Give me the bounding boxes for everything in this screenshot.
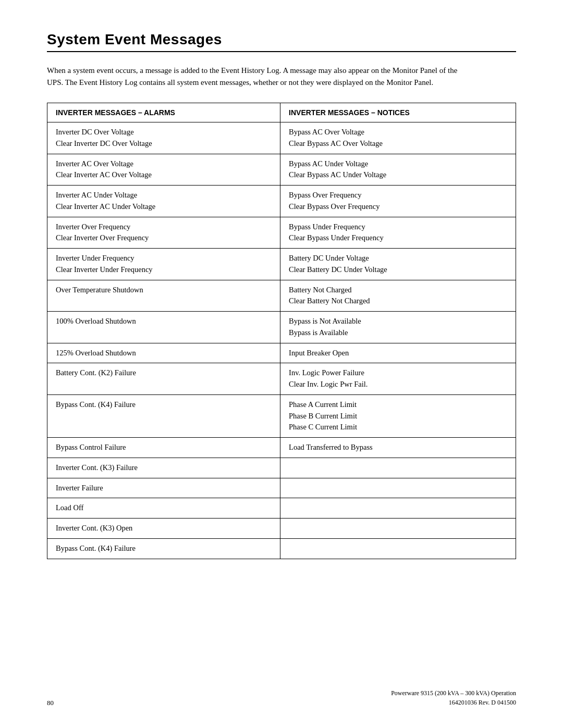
col1-cell: Bypass Control Failure bbox=[47, 438, 280, 458]
cell-line: Clear Bypass AC Over Voltage bbox=[289, 138, 507, 150]
col1-header: INVERTER MESSAGES – ALARMS bbox=[47, 103, 280, 122]
col2-header: INVERTER MESSAGES – NOTICES bbox=[280, 103, 516, 122]
col1-cell: 100% Overload Shutdown bbox=[47, 312, 280, 343]
cell-line: Bypass Over Frequency bbox=[289, 190, 507, 201]
col2-cell bbox=[280, 478, 516, 498]
col1-cell: Over Temperature Shutdown bbox=[47, 280, 280, 312]
col1-cell: Inverter AC Over VoltageClear Inverter A… bbox=[47, 154, 280, 186]
cell-line: Clear Battery Not Charged bbox=[289, 295, 507, 307]
cell-line: Input Breaker Open bbox=[289, 348, 507, 359]
cell-line: Clear Inverter Over Frequency bbox=[56, 232, 272, 244]
col2-cell: Load Transferred to Bypass bbox=[280, 438, 516, 458]
col2-cell: Battery Not ChargedClear Battery Not Cha… bbox=[280, 280, 516, 312]
cell-line: Bypass AC Over Voltage bbox=[289, 127, 507, 138]
col2-cell: Bypass Under FrequencyClear Bypass Under… bbox=[280, 217, 516, 249]
table-row: 100% Overload ShutdownBypass is Not Avai… bbox=[47, 312, 516, 343]
col2-cell: Bypass is Not AvailableBypass is Availab… bbox=[280, 312, 516, 343]
table-row: Inverter Cont. (K3) Open bbox=[47, 519, 516, 539]
col1-cell: 125% Overload Shutdown bbox=[47, 343, 280, 363]
cell-line: Inverter Under Frequency bbox=[56, 253, 272, 264]
col2-cell: Battery DC Under VoltageClear Battery DC… bbox=[280, 249, 516, 280]
col2-cell: Input Breaker Open bbox=[280, 343, 516, 363]
table-row: Inverter DC Over VoltageClear Inverter D… bbox=[47, 122, 516, 154]
col1-cell: Inverter Under FrequencyClear Inverter U… bbox=[47, 249, 280, 280]
col2-cell bbox=[280, 458, 516, 478]
cell-line: Clear Bypass Under Frequency bbox=[289, 232, 507, 244]
col1-cell: Bypass Cont. (K4) Failure bbox=[47, 538, 280, 559]
cell-line: Inverter DC Over Voltage bbox=[56, 127, 272, 138]
cell-line: Clear Inverter Under Frequency bbox=[56, 264, 272, 276]
title-divider bbox=[47, 51, 516, 52]
table-row: Inverter Cont. (K3) Failure bbox=[47, 458, 516, 478]
col2-cell: Phase A Current LimitPhase B Current Lim… bbox=[280, 394, 516, 437]
col2-cell bbox=[280, 519, 516, 539]
table-row: Inverter AC Under VoltageClear Inverter … bbox=[47, 186, 516, 217]
table-row: Load Off bbox=[47, 498, 516, 519]
cell-line: Battery DC Under Voltage bbox=[289, 253, 507, 264]
table-row: Inverter Failure bbox=[47, 478, 516, 498]
col2-cell: Bypass AC Over VoltageClear Bypass AC Ov… bbox=[280, 122, 516, 154]
page-number: 80 bbox=[47, 699, 54, 707]
cell-line: Bypass is Available bbox=[289, 327, 507, 339]
cell-line: Clear Inverter DC Over Voltage bbox=[56, 138, 272, 150]
table-row: Inverter Over FrequencyClear Inverter Ov… bbox=[47, 217, 516, 249]
table-row: Inverter AC Over VoltageClear Inverter A… bbox=[47, 154, 516, 186]
cell-line: Bypass Control Failure bbox=[56, 442, 272, 453]
cell-line: Inverter AC Over Voltage bbox=[56, 158, 272, 170]
col1-cell: Bypass Cont. (K4) Failure bbox=[47, 394, 280, 437]
footer-line2: 164201036 Rev. D 041500 bbox=[391, 698, 516, 707]
page: System Event Messages When a system even… bbox=[0, 0, 563, 728]
table-row: Bypass Cont. (K4) Failure bbox=[47, 538, 516, 559]
table-header-row: INVERTER MESSAGES – ALARMS INVERTER MESS… bbox=[47, 103, 516, 122]
cell-line: Clear Bypass AC Under Voltage bbox=[289, 169, 507, 181]
col1-cell: Inverter Cont. (K3) Failure bbox=[47, 458, 280, 478]
cell-line: Phase A Current Limit bbox=[289, 399, 507, 411]
col1-cell: Battery Cont. (K2) Failure bbox=[47, 363, 280, 395]
cell-line: Inverter Cont. (K3) Failure bbox=[56, 462, 272, 474]
cell-line: Bypass Under Frequency bbox=[289, 221, 507, 233]
table-row: 125% Overload ShutdownInput Breaker Open bbox=[47, 343, 516, 363]
col2-cell: Bypass Over FrequencyClear Bypass Over F… bbox=[280, 186, 516, 217]
col1-cell: Inverter AC Under VoltageClear Inverter … bbox=[47, 186, 280, 217]
page-footer: 80 Powerware 9315 (200 kVA – 300 kVA) Op… bbox=[47, 688, 516, 707]
col2-cell: Inv. Logic Power FailureClear Inv. Logic… bbox=[280, 363, 516, 395]
cell-line: Clear Inverter AC Under Voltage bbox=[56, 201, 272, 213]
cell-line: Inverter Over Frequency bbox=[56, 221, 272, 233]
table-row: Over Temperature ShutdownBattery Not Cha… bbox=[47, 280, 516, 312]
col1-cell: Inverter Over FrequencyClear Inverter Ov… bbox=[47, 217, 280, 249]
col1-cell: Load Off bbox=[47, 498, 280, 519]
intro-paragraph: When a system event occurs, a message is… bbox=[47, 65, 474, 88]
cell-line: Phase C Current Limit bbox=[289, 422, 507, 433]
cell-line: 125% Overload Shutdown bbox=[56, 348, 272, 359]
cell-line: Bypass AC Under Voltage bbox=[289, 158, 507, 170]
messages-table: INVERTER MESSAGES – ALARMS INVERTER MESS… bbox=[47, 103, 516, 559]
cell-line: Clear Inv. Logic Pwr Fail. bbox=[289, 379, 507, 390]
footer-line1: Powerware 9315 (200 kVA – 300 kVA) Opera… bbox=[391, 688, 516, 698]
cell-line: Inverter Cont. (K3) Open bbox=[56, 523, 272, 534]
cell-line: Battery Cont. (K2) Failure bbox=[56, 367, 272, 379]
table-row: Bypass Control FailureLoad Transferred t… bbox=[47, 438, 516, 458]
cell-line: Clear Bypass Over Frequency bbox=[289, 201, 507, 213]
footer-right: Powerware 9315 (200 kVA – 300 kVA) Opera… bbox=[391, 688, 516, 707]
col1-cell: Inverter DC Over VoltageClear Inverter D… bbox=[47, 122, 280, 154]
cell-line: Clear Battery DC Under Voltage bbox=[289, 264, 507, 276]
cell-line: 100% Overload Shutdown bbox=[56, 316, 272, 327]
cell-line: Bypass is Not Available bbox=[289, 316, 507, 327]
cell-line: Battery Not Charged bbox=[289, 285, 507, 296]
cell-line: Inv. Logic Power Failure bbox=[289, 367, 507, 379]
col2-cell: Bypass AC Under VoltageClear Bypass AC U… bbox=[280, 154, 516, 186]
cell-line: Clear Inverter AC Over Voltage bbox=[56, 169, 272, 181]
col2-cell bbox=[280, 538, 516, 559]
table-row: Bypass Cont. (K4) FailurePhase A Current… bbox=[47, 394, 516, 437]
table-row: Inverter Under FrequencyClear Inverter U… bbox=[47, 249, 516, 280]
cell-line: Inverter Failure bbox=[56, 483, 272, 494]
cell-line: Load Off bbox=[56, 502, 272, 514]
col1-cell: Inverter Cont. (K3) Open bbox=[47, 519, 280, 539]
cell-line: Load Transferred to Bypass bbox=[289, 442, 507, 453]
page-title: System Event Messages bbox=[47, 31, 516, 48]
cell-line: Phase B Current Limit bbox=[289, 411, 507, 422]
col2-cell bbox=[280, 498, 516, 519]
cell-line: Bypass Cont. (K4) Failure bbox=[56, 399, 272, 411]
table-row: Battery Cont. (K2) FailureInv. Logic Pow… bbox=[47, 363, 516, 395]
cell-line: Over Temperature Shutdown bbox=[56, 285, 272, 296]
